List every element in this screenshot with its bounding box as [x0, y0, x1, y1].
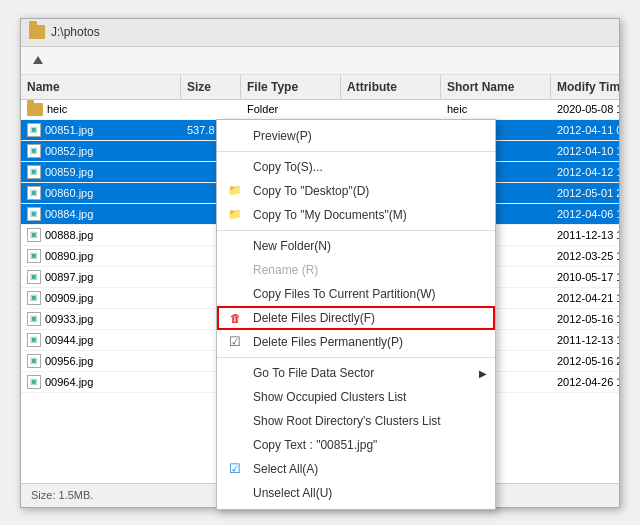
ctx-item-label: Show Root Directory's Clusters List [253, 414, 441, 428]
ctx-item-label: Delete Files Directly(F) [253, 311, 375, 325]
ctx-item-label: Copy To "My Documents"(M) [253, 208, 407, 222]
cell-name: 00852.jpg [21, 141, 181, 161]
title-bar: J:\photos [21, 19, 619, 47]
cell-mtime: 2012-05-16 16:07:15 [551, 309, 619, 329]
submenu-arrow-icon: ▶ [479, 367, 487, 378]
file-icon [27, 333, 41, 347]
ctx-item[interactable]: Show Occupied Clusters List [217, 385, 495, 409]
ctx-item-label: Copy To "Desktop"(D) [253, 184, 369, 198]
ctx-item-label: Copy Files To Current Partition(W) [253, 287, 436, 301]
ctx-item-label: Preview(P) [253, 129, 312, 143]
col-name: Name [21, 75, 181, 99]
file-icon [27, 354, 41, 368]
file-icon [27, 144, 41, 158]
context-menu: Preview(P)Copy To(S)...📁Copy To "Desktop… [216, 119, 496, 510]
ctx-item-label: Select All(A) [253, 462, 318, 476]
cell-name: 00909.jpg [21, 288, 181, 308]
main-window: J:\photos Name Size File Type Attribute … [20, 18, 620, 508]
folder-icon [27, 103, 43, 116]
ctx-item-label: Rename (R) [253, 263, 318, 277]
cell-mtime: 2020-05-08 16:51:51 [551, 100, 619, 119]
cell-mtime: 2011-12-13 16:04:20 [551, 225, 619, 245]
cell-mtime: 2012-04-11 09:45:23 [551, 120, 619, 140]
ctx-item[interactable]: Unselect All(U) [217, 481, 495, 505]
title-folder-icon [29, 25, 45, 39]
delete-red-icon: 🗑 [227, 310, 243, 326]
status-text: Size: 1.5MB. [31, 489, 93, 501]
ctx-item[interactable]: ☑Select All(A) [217, 457, 495, 481]
file-icon [27, 123, 41, 137]
ctx-item-label: Delete Files Permanently(P) [253, 335, 403, 349]
file-icon [27, 312, 41, 326]
cell-type: Folder [241, 100, 341, 119]
col-shortname: Short Name [441, 75, 551, 99]
ctx-item[interactable]: Show Root Directory's Clusters List [217, 409, 495, 433]
cell-name: 00897.jpg [21, 267, 181, 287]
cell-attr [341, 100, 441, 119]
cell-name: 00859.jpg [21, 162, 181, 182]
ctx-separator [217, 357, 495, 358]
cell-size [181, 100, 241, 119]
ctx-item-label: Copy Text : "00851.jpg" [253, 438, 377, 452]
cell-mtime: 2011-12-13 16:22:32 [551, 330, 619, 350]
cell-name: 00884.jpg [21, 204, 181, 224]
checkbox-checked-icon: ☑ [227, 461, 243, 477]
cell-mtime: 2012-04-21 11:24:58 [551, 288, 619, 308]
ctx-item[interactable]: Go To File Data Sector▶ [217, 361, 495, 385]
col-size: Size [181, 75, 241, 99]
ctx-separator [217, 151, 495, 152]
ctx-item[interactable]: 📁Copy To "Desktop"(D) [217, 179, 495, 203]
checkbox-icon: ☑ [227, 334, 243, 350]
cell-mtime: 2012-05-01 23:29:18 [551, 183, 619, 203]
ctx-item-label: Copy To(S)... [253, 160, 323, 174]
ctx-item[interactable]: New Folder(N) [217, 234, 495, 258]
ctx-item-label: Unselect All(U) [253, 486, 332, 500]
cell-mtime: 2010-05-17 12:39:57 [551, 267, 619, 287]
ctx-item[interactable]: Copy To(S)... [217, 155, 495, 179]
cell-mtime: 2012-03-25 19:15:08 [551, 246, 619, 266]
ctx-item[interactable]: 📁Copy To "My Documents"(M) [217, 203, 495, 227]
cell-mtime: 2012-05-16 20:42:14 [551, 351, 619, 371]
file-icon [27, 207, 41, 221]
col-filetype: File Type [241, 75, 341, 99]
file-icon [27, 165, 41, 179]
ctx-item: Rename (R) [217, 258, 495, 282]
ctx-item-label: Show Occupied Clusters List [253, 390, 406, 404]
ctx-separator [217, 230, 495, 231]
col-modifytime: Modify Time [551, 75, 619, 99]
cell-mtime: 2012-04-26 11:20:40 [551, 372, 619, 392]
cell-name: 00851.jpg [21, 120, 181, 140]
ctx-item-label: New Folder(N) [253, 239, 331, 253]
cell-mtime: 2012-04-10 17:41:21 [551, 141, 619, 161]
table-row[interactable]: heic Folder heic 2020-05-08 16:51:51 [21, 100, 619, 120]
ctx-item[interactable]: Copy Text : "00851.jpg" [217, 433, 495, 457]
file-icon [27, 186, 41, 200]
up-button[interactable] [27, 53, 49, 67]
cell-name: 00944.jpg [21, 330, 181, 350]
file-icon [27, 228, 41, 242]
cell-mtime: 2012-04-12 14:05:16 [551, 162, 619, 182]
cell-name: 00956.jpg [21, 351, 181, 371]
window-title: J:\photos [51, 25, 100, 39]
cell-name: 00890.jpg [21, 246, 181, 266]
up-arrow-icon [33, 56, 43, 64]
file-icon [27, 375, 41, 389]
cell-name: 00933.jpg [21, 309, 181, 329]
col-attribute: Attribute [341, 75, 441, 99]
cell-mtime: 2012-04-06 17:05:51 [551, 204, 619, 224]
ctx-item[interactable]: Copy Files To Current Partition(W) [217, 282, 495, 306]
ctx-item[interactable]: ☑Delete Files Permanently(P) [217, 330, 495, 354]
table-header: Name Size File Type Attribute Short Name… [21, 75, 619, 100]
folder-blue-icon: 📁 [227, 183, 243, 199]
folder-yellow-icon: 📁 [227, 207, 243, 223]
file-icon [27, 249, 41, 263]
ctx-item[interactable]: 🗑Delete Files Directly(F) [217, 306, 495, 330]
cell-name: 00860.jpg [21, 183, 181, 203]
ctx-item[interactable]: Preview(P) [217, 124, 495, 148]
ctx-item-label: Go To File Data Sector [253, 366, 374, 380]
cell-short: heic [441, 100, 551, 119]
cell-name: heic [21, 100, 181, 119]
file-icon [27, 270, 41, 284]
cell-name: 00964.jpg [21, 372, 181, 392]
toolbar [21, 47, 619, 75]
